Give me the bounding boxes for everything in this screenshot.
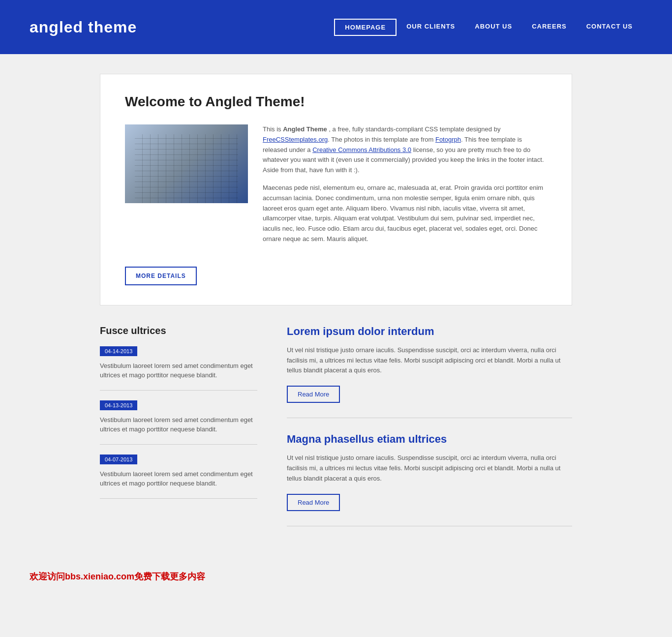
article-item: Magna phasellus etiam ultrices Ut vel ni… (287, 433, 572, 526)
two-col-section: Fusce ultrices 04-14-2013 Vestibulum lao… (90, 325, 582, 541)
left-col-title: Fusce ultrices (100, 325, 257, 336)
news-item: 04-13-2013 Vestibulum laoreet lorem sed … (100, 400, 257, 445)
welcome-para2: Maecenas pede nisl, elementum eu, ornare… (263, 183, 547, 244)
content-wrapper: Welcome to Angled Theme! This is Angled … (90, 74, 582, 305)
article-text: Ut vel nisl tristique justo ornare iacul… (287, 345, 572, 376)
welcome-text: This is Angled Theme , a free, fully sta… (263, 124, 547, 252)
welcome-box: Welcome to Angled Theme! This is Angled … (100, 74, 572, 305)
read-more-button[interactable]: Read More (287, 386, 340, 403)
article-text: Ut vel nisl tristique justo ornare iacul… (287, 453, 572, 484)
news-date: 04-13-2013 (100, 400, 137, 410)
article-title: Lorem ipsum dolor interdum (287, 325, 572, 338)
news-date: 04-07-2013 (100, 455, 137, 464)
news-item: 04-14-2013 Vestibulum laoreet lorem sed … (100, 346, 257, 391)
welcome-title: Welcome to Angled Theme! (125, 94, 547, 110)
article-title: Magna phasellus etiam ultrices (287, 433, 572, 446)
freecsstemplates-link[interactable]: FreeCSStemplates.org (263, 136, 328, 143)
news-date: 04-14-2013 (100, 346, 137, 356)
nav-item-contact-us[interactable]: CONTACT US (577, 19, 642, 36)
more-details-button[interactable]: MORE DETAILS (125, 267, 197, 285)
main-content: Welcome to Angled Theme! This is Angled … (0, 74, 672, 541)
nav-item-careers[interactable]: CAREERS (522, 19, 577, 36)
news-items-container: 04-14-2013 Vestibulum laoreet lorem sed … (100, 346, 257, 499)
welcome-content: This is Angled Theme , a free, fully sta… (125, 124, 547, 252)
nav: HOMEPAGEOUR CLIENTSABOUT USCAREERSCONTAC… (334, 19, 642, 36)
header: angled theme HOMEPAGEOUR CLIENTSABOUT US… (0, 0, 672, 54)
news-text: Vestibulum laoreet lorem sed amet condim… (100, 469, 257, 488)
nav-item-about-us[interactable]: ABOUT US (465, 19, 522, 36)
logo[interactable]: angled theme (30, 18, 137, 36)
cc-license-link[interactable]: Creative Commons Attributions 3.0 (312, 146, 411, 153)
news-text: Vestibulum laoreet lorem sed amet condim… (100, 361, 257, 380)
footer: 欢迎访问bbs.xieniao.com免费下载更多内容 (0, 561, 672, 592)
article-item: Lorem ipsum dolor interdum Ut vel nisl t… (287, 325, 572, 418)
welcome-para1: This is Angled Theme , a free, fully sta… (263, 124, 547, 176)
left-column: Fusce ultrices 04-14-2013 Vestibulum lao… (100, 325, 257, 541)
right-column: Lorem ipsum dolor interdum Ut vel nisl t… (287, 325, 572, 541)
footer-text: 欢迎访问bbs.xieniao.com免费下载更多内容 (30, 571, 642, 582)
news-text: Vestibulum laoreet lorem sed amet condim… (100, 415, 257, 434)
welcome-image (125, 124, 248, 203)
nav-item-our-clients[interactable]: OUR CLIENTS (397, 19, 465, 36)
nav-item-homepage[interactable]: HOMEPAGE (334, 19, 397, 36)
fotogrph-link[interactable]: Fotogrph (435, 136, 461, 143)
read-more-button[interactable]: Read More (287, 494, 340, 511)
articles-container: Lorem ipsum dolor interdum Ut vel nisl t… (287, 325, 572, 526)
news-item: 04-07-2013 Vestibulum laoreet lorem sed … (100, 455, 257, 499)
